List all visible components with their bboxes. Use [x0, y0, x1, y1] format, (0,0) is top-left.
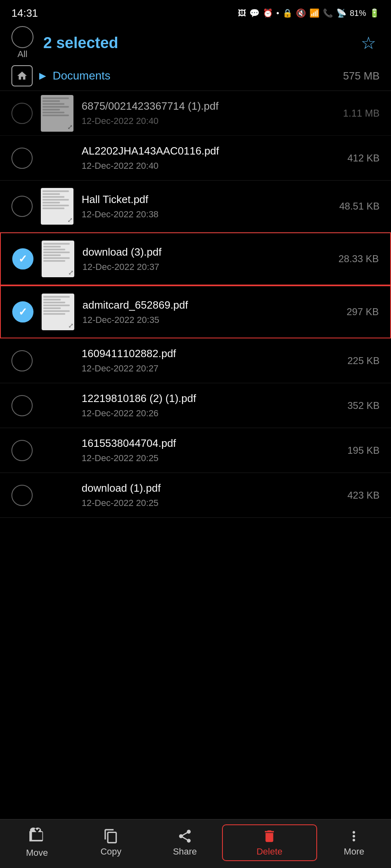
file-date: 12-Dec-2022 20:25	[82, 498, 342, 508]
mute-icon: 🔇	[296, 8, 306, 18]
file-date: 12-Dec-2022 20:37	[82, 262, 333, 272]
file-name: 6875/0021423367714 (1).pdf	[82, 100, 338, 113]
list-item[interactable]: download (1).pdf 12-Dec-2022 20:25 423 K…	[0, 473, 391, 518]
file-size: 412 KB	[342, 152, 380, 164]
file-size: 1.11 MB	[338, 108, 380, 119]
file-list: ⤢ 6875/0021423367714 (1).pdf 12-Dec-2022…	[0, 91, 391, 518]
home-folder-icon[interactable]	[11, 65, 33, 86]
file-date: 12-Dec-2022 20:40	[82, 116, 338, 126]
file-name: admitcard_652869.pdf	[82, 299, 342, 311]
selection-bar: All 2 selected ☆	[0, 24, 391, 61]
breadcrumb-bar: ▶ Documents 575 MB	[0, 61, 391, 91]
battery-text: 81%	[350, 9, 366, 18]
phone-icon: 📞	[323, 8, 333, 18]
star-button[interactable]: ☆	[358, 32, 380, 54]
file-name: 1609411102882.pdf	[82, 347, 342, 360]
delete-label: Delete	[256, 846, 282, 857]
move-label: Move	[26, 848, 48, 858]
list-item[interactable]: 1615538044704.pdf 12-Dec-2022 20:25 195 …	[0, 428, 391, 473]
checkmark-icon: ✓	[18, 253, 27, 265]
file-size: 48.51 KB	[334, 201, 380, 212]
list-item[interactable]: ✓ ⤢ download (3).pdf 12-Dec-2022 20:37 2…	[0, 232, 391, 285]
photo-icon: 🖼	[238, 9, 246, 18]
file-size: 28.33 KB	[333, 253, 379, 265]
file-date: 12-Dec-2022 20:35	[82, 315, 342, 325]
expand-icon: ⤢	[68, 322, 73, 329]
file-checkbox[interactable]	[11, 148, 33, 169]
list-item[interactable]: ✓ ⤢ admitcard_652869.pdf 12-Dec-2022 20:…	[0, 285, 391, 338]
breadcrumb-size: 575 MB	[343, 70, 380, 82]
file-date: 12-Dec-2022 20:26	[82, 408, 342, 419]
file-size: 297 KB	[342, 306, 379, 318]
file-checkbox[interactable]	[11, 350, 33, 371]
more-button[interactable]: More	[317, 828, 391, 857]
file-info: admitcard_652869.pdf 12-Dec-2022 20:35	[82, 299, 342, 325]
file-size: 352 KB	[342, 400, 380, 411]
battery-icon: 🔋	[369, 8, 380, 18]
list-item[interactable]: ⤢ Hall Ticket.pdf 12-Dec-2022 20:38 48.5…	[0, 181, 391, 232]
file-size: 195 KB	[342, 445, 380, 456]
file-checkbox[interactable]: ✓	[12, 301, 33, 322]
delete-button[interactable]: Delete	[222, 824, 317, 861]
more-icon	[346, 828, 362, 844]
file-checkbox[interactable]	[11, 103, 33, 124]
file-thumbnail: ⤢	[42, 241, 74, 277]
file-info: AL2202JHA143AAC0116.pdf 12-Dec-2022 20:4…	[82, 145, 342, 171]
file-date: 12-Dec-2022 20:27	[82, 363, 342, 374]
file-date: 12-Dec-2022 20:25	[82, 453, 342, 464]
file-info: 1609411102882.pdf 12-Dec-2022 20:27	[82, 347, 342, 374]
list-item[interactable]: ⤢ 6875/0021423367714 (1).pdf 12-Dec-2022…	[0, 91, 391, 136]
whatsapp-icon: 💬	[249, 8, 260, 18]
share-button[interactable]: Share	[148, 828, 222, 857]
file-size: 423 KB	[342, 490, 380, 501]
file-checkbox[interactable]	[11, 196, 33, 217]
file-name: download (3).pdf	[82, 246, 333, 258]
copy-icon	[103, 828, 119, 844]
lock-icon: 🔒	[282, 8, 293, 18]
file-name: 12219810186 (2) (1).pdf	[82, 392, 342, 405]
file-thumbnail: ⤢	[41, 95, 73, 132]
file-info: 12219810186 (2) (1).pdf 12-Dec-2022 20:2…	[82, 392, 342, 419]
file-info: download (3).pdf 12-Dec-2022 20:37	[82, 246, 333, 272]
move-button[interactable]: Move	[0, 827, 74, 858]
all-label: All	[18, 49, 27, 60]
file-checkbox[interactable]	[11, 395, 33, 416]
all-checkbox[interactable]	[11, 26, 33, 48]
list-item[interactable]: 12219810186 (2) (1).pdf 12-Dec-2022 20:2…	[0, 383, 391, 428]
file-info: Hall Ticket.pdf 12-Dec-2022 20:38	[82, 193, 334, 220]
expand-icon: ⤢	[67, 216, 73, 224]
file-name: 1615538044704.pdf	[82, 437, 342, 450]
copy-button[interactable]: Copy	[74, 828, 148, 857]
selection-left: All 2 selected	[11, 26, 118, 60]
list-item[interactable]: 1609411102882.pdf 12-Dec-2022 20:27 225 …	[0, 338, 391, 383]
share-label: Share	[173, 846, 197, 857]
file-name: AL2202JHA143AAC0116.pdf	[82, 145, 342, 157]
wifi-icon: 📶	[309, 8, 320, 18]
star-icon: ☆	[361, 33, 376, 53]
file-date: 12-Dec-2022 20:40	[82, 161, 342, 171]
clock-icon: ⏰	[263, 8, 273, 18]
file-info: 6875/0021423367714 (1).pdf 12-Dec-2022 2…	[82, 100, 338, 126]
all-checkbox-group[interactable]: All	[11, 26, 33, 60]
expand-icon: ⤢	[68, 269, 73, 276]
status-icons: 🖼 💬 ⏰ • 🔒 🔇 📶 📞 📡 81% 🔋	[238, 8, 380, 18]
checkmark-icon: ✓	[18, 306, 27, 318]
expand-icon: ⤢	[67, 123, 73, 131]
selected-count: 2 selected	[43, 34, 118, 52]
file-info: 1615538044704.pdf 12-Dec-2022 20:25	[82, 437, 342, 464]
status-bar: 14:31 🖼 💬 ⏰ • 🔒 🔇 📶 📞 📡 81% 🔋	[0, 0, 391, 24]
file-checkbox[interactable]	[11, 485, 33, 506]
file-checkbox[interactable]: ✓	[12, 248, 33, 269]
file-checkbox[interactable]	[11, 440, 33, 461]
file-thumbnail: ⤢	[41, 188, 73, 225]
status-time: 14:31	[11, 7, 38, 20]
list-item[interactable]: AL2202JHA143AAC0116.pdf 12-Dec-2022 20:4…	[0, 136, 391, 181]
dot-icon: •	[276, 9, 279, 18]
file-date: 12-Dec-2022 20:38	[82, 209, 334, 220]
breadcrumb-folder-name[interactable]: Documents	[53, 69, 111, 82]
file-info: download (1).pdf 12-Dec-2022 20:25	[82, 482, 342, 508]
bottom-toolbar: Move Copy Share Delete More	[0, 819, 391, 868]
move-icon	[29, 827, 45, 843]
breadcrumb-left: ▶ Documents	[11, 65, 111, 86]
file-size: 225 KB	[342, 355, 380, 367]
